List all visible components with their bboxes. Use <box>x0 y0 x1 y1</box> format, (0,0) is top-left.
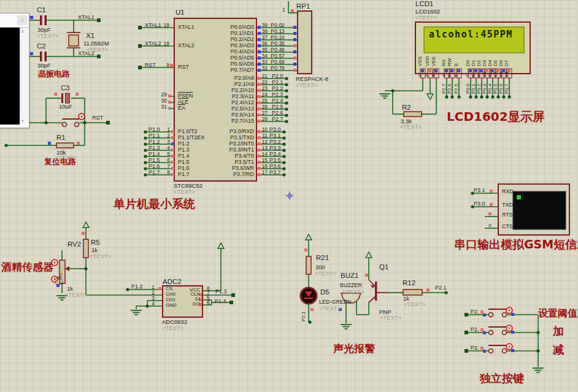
junction-dot <box>496 95 499 98</box>
button-contact[interactable] <box>63 123 67 127</box>
pin-marker <box>171 173 174 176</box>
junction-dot <box>144 173 147 176</box>
terminal-cursor-block <box>517 195 521 199</box>
u1-mcu-body[interactable] <box>174 18 256 181</box>
adc-body[interactable] <box>163 286 202 317</box>
pin-marker <box>457 69 460 72</box>
pin-marker <box>293 44 296 47</box>
pin-marker <box>82 232 85 235</box>
junction-dot <box>536 331 539 334</box>
close-icon[interactable]: × <box>17 15 27 25</box>
pin-marker <box>171 155 174 158</box>
pin-marker <box>258 38 261 41</box>
pin-marker <box>291 9 294 12</box>
junction-dot <box>285 89 288 92</box>
rv2-pot-body[interactable] <box>60 260 65 283</box>
pin-marker <box>258 101 261 104</box>
button-contact[interactable] <box>75 123 79 127</box>
junction-dot <box>502 95 505 98</box>
junction-dot <box>285 101 288 104</box>
pin-marker <box>483 313 486 317</box>
scroll-up-icon[interactable]: ▴ <box>21 29 24 34</box>
button-contact[interactable] <box>503 349 507 353</box>
actuator-dot <box>509 310 510 311</box>
ground-arrow-icon <box>427 94 433 99</box>
junction-dot <box>144 136 147 139</box>
junction-dot <box>444 291 447 294</box>
button-contact[interactable] <box>489 331 493 335</box>
junction-dot <box>4 144 7 147</box>
pin-marker <box>474 69 477 72</box>
c1-plate[interactable] <box>45 15 47 25</box>
popup-titlebar[interactable]: × <box>0 13 29 28</box>
pin-marker <box>496 69 499 72</box>
pin-marker <box>365 274 368 277</box>
r5-body[interactable] <box>83 239 88 258</box>
junction-dot <box>285 77 288 80</box>
pin-marker <box>258 83 261 86</box>
junction-dot <box>144 161 147 164</box>
rv2-wiper-arrow <box>65 266 69 271</box>
c3-plate[interactable] <box>61 93 63 103</box>
junction-dot <box>126 288 129 291</box>
pin-marker <box>483 331 486 334</box>
q1-base-bar[interactable] <box>375 282 377 301</box>
button-contact[interactable] <box>503 313 507 317</box>
pin-marker <box>171 142 174 145</box>
junction-dot <box>308 320 311 323</box>
pin-marker <box>258 130 261 133</box>
pin-marker <box>168 101 171 104</box>
pin-marker <box>511 349 514 352</box>
pin-marker <box>480 310 484 313</box>
r1-body[interactable] <box>56 143 74 148</box>
pin-marker <box>293 38 296 41</box>
pin-marker <box>490 190 493 193</box>
wire-terminal <box>138 44 142 48</box>
junction-dot <box>485 95 488 98</box>
pin-marker <box>310 308 314 311</box>
r12-body[interactable] <box>403 290 422 295</box>
r2-body[interactable] <box>404 112 422 117</box>
pin-marker <box>199 303 202 306</box>
wire-terminal <box>229 301 233 304</box>
button-contact[interactable] <box>489 313 493 317</box>
pin-marker <box>483 350 486 353</box>
c1-plate[interactable] <box>40 15 42 25</box>
junction-dot <box>445 95 448 98</box>
scroll-down-icon[interactable]: ▾ <box>21 118 24 123</box>
pin-marker <box>293 69 296 72</box>
pin-marker <box>450 69 453 72</box>
wire-terminal <box>106 121 110 125</box>
power-arrow-icon <box>306 234 312 240</box>
schematic-canvas[interactable]: C130pF<TEXT>C230pF<TEXT>X111.0592M<TEXT>… <box>0 0 578 392</box>
x1-crystal-body[interactable] <box>69 35 79 46</box>
c2-plate[interactable] <box>40 52 42 61</box>
r21-body[interactable] <box>306 256 311 274</box>
pin-marker <box>171 130 174 133</box>
pin-marker <box>30 52 33 55</box>
popup-scrollbar[interactable]: ▴ ▾ <box>20 28 28 125</box>
c2-plate[interactable] <box>45 52 47 61</box>
wire-terminal <box>464 349 468 353</box>
schematic-drawing <box>0 0 578 392</box>
rp1-respack-body[interactable] <box>298 11 312 74</box>
pin-marker <box>293 63 296 66</box>
c3-polar-plate[interactable] <box>66 93 70 103</box>
junction-dot <box>282 136 285 139</box>
pin-marker <box>258 107 261 110</box>
pin-marker <box>480 328 484 331</box>
button-contact[interactable] <box>503 331 507 335</box>
pin-marker <box>258 56 261 60</box>
button-contact[interactable] <box>489 349 493 353</box>
pin-marker <box>434 69 437 72</box>
pin-marker <box>258 26 261 29</box>
junction-dot <box>285 120 288 123</box>
pin-marker <box>480 347 484 350</box>
pin-marker <box>258 69 261 72</box>
buzzer-dome[interactable] <box>342 293 360 303</box>
junction-dot <box>44 121 47 124</box>
lcd-screen <box>424 27 524 53</box>
pin-marker <box>507 69 511 72</box>
wire-terminal <box>464 331 468 334</box>
actuator-dot <box>509 346 510 347</box>
